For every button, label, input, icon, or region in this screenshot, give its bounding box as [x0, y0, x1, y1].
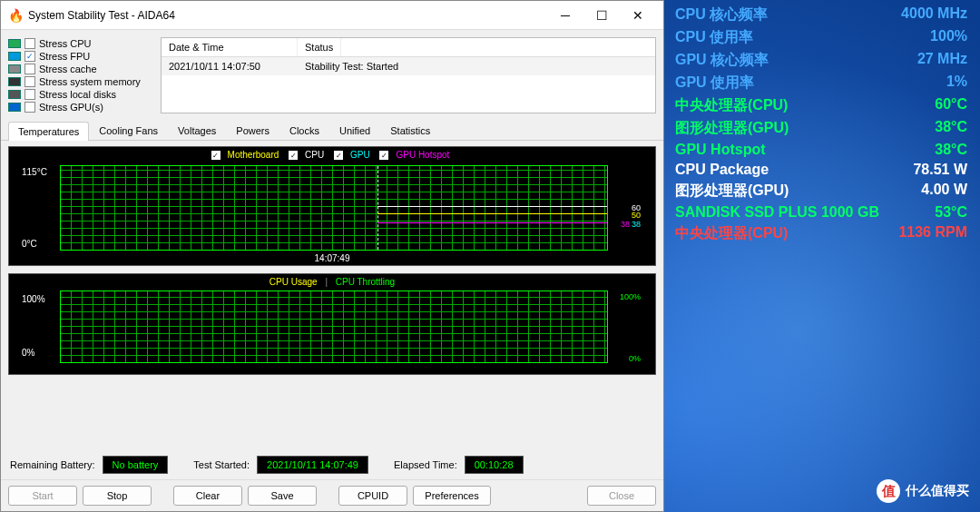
watermark-icon: 值	[877, 479, 900, 503]
osd-row: GPU 使用率1%	[671, 72, 971, 94]
cpuid-button[interactable]: CPUID	[338, 486, 407, 506]
stress-option-cpu[interactable]: Stress CPU	[8, 37, 153, 50]
clear-button[interactable]: Clear	[173, 486, 242, 506]
chart-line	[377, 222, 607, 223]
x-axis-marker: 14:07:49	[315, 253, 350, 263]
checkbox-icon[interactable]: ✓	[24, 51, 35, 62]
checkbox-icon[interactable]: ✓	[334, 151, 343, 160]
fpu-icon	[8, 52, 21, 61]
button-row: Start Stop Clear Save CPUID Preferences …	[1, 479, 663, 511]
osd-value: 38°C	[886, 142, 967, 158]
osd-row: 图形处理器(GPU)38°C	[671, 117, 971, 140]
legend-cpu-throttle: CPU Throttling	[336, 277, 395, 287]
chart-value-label: 50	[632, 211, 641, 220]
battery-value: No battery	[103, 456, 169, 474]
osd-label: 图形处理器(GPU)	[675, 182, 886, 201]
checkbox-icon[interactable]	[24, 76, 35, 87]
stress-label: Stress local disks	[39, 89, 116, 100]
log-table: Date & Time Status 2021/10/11 14:07:50 S…	[161, 37, 656, 113]
osd-label: CPU Package	[675, 162, 886, 178]
legend-cpu-usage: CPU Usage	[270, 277, 318, 287]
chart-value-label: 38	[621, 220, 630, 229]
legend-cpu: CPU	[305, 150, 324, 160]
stop-button[interactable]: Stop	[83, 486, 152, 506]
checkbox-icon[interactable]	[24, 64, 35, 74]
chart-value-label: 38	[632, 220, 641, 229]
usage-y-min: 0%	[22, 348, 34, 358]
log-header-status: Status	[298, 38, 341, 56]
tab-statistics[interactable]: Statistics	[380, 121, 440, 140]
battery-label: Remaining Battery:	[10, 459, 95, 470]
app-icon: 🔥	[8, 8, 23, 23]
stress-option-mem[interactable]: Stress system memory	[8, 75, 153, 88]
start-button[interactable]: Start	[8, 486, 77, 506]
status-bar: Remaining Battery: No battery Test Start…	[1, 450, 663, 479]
tab-unified[interactable]: Unified	[329, 121, 380, 140]
osd-label: SANDISK SSD PLUS 1000 GB	[675, 204, 886, 221]
elapsed-label: Elapsed Time:	[394, 459, 457, 470]
osd-label: CPU 使用率	[675, 28, 886, 47]
chart-line	[377, 206, 607, 207]
stress-option-fpu[interactable]: ✓Stress FPU	[8, 50, 153, 63]
osd-value: 1136 RPM	[886, 224, 967, 243]
checkbox-icon[interactable]	[24, 38, 35, 49]
osd-value: 4.00 W	[886, 182, 967, 201]
stress-option-cache[interactable]: Stress cache	[8, 63, 153, 75]
checkbox-icon[interactable]	[24, 102, 35, 113]
usage-chart: CPU Usage | CPU Throttling 100% 0% 100% …	[8, 273, 656, 375]
tab-clocks[interactable]: Clocks	[279, 121, 329, 140]
preferences-button[interactable]: Preferences	[413, 486, 491, 506]
time-marker	[377, 166, 378, 250]
stress-label: Stress system memory	[39, 76, 141, 87]
watermark: 值 什么值得买	[877, 479, 969, 503]
stress-option-gpu[interactable]: Stress GPU(s)	[8, 101, 153, 113]
checkbox-icon[interactable]: ✓	[211, 151, 220, 160]
cpu-icon	[8, 39, 21, 48]
osd-label: GPU 核心频率	[675, 51, 886, 70]
usage-r-min: 0%	[629, 354, 641, 363]
osd-row: CPU 使用率100%	[671, 26, 971, 49]
legend-gpu-hotspot: GPU Hotspot	[396, 150, 449, 160]
temp-chart-area	[60, 165, 608, 251]
checkbox-icon[interactable]: ✓	[289, 151, 298, 160]
stress-option-disk[interactable]: Stress local disks	[8, 88, 153, 101]
stress-label: Stress GPU(s)	[39, 102, 103, 113]
osd-row: CPU Package78.51 W	[671, 160, 971, 180]
aida64-window: 🔥 System Stability Test - AIDA64 ─ ☐ ✕ S…	[0, 0, 664, 512]
started-value: 2021/10/11 14:07:49	[257, 456, 368, 474]
osd-label: GPU Hotspot	[675, 142, 886, 158]
tab-voltages[interactable]: Voltages	[168, 121, 226, 140]
tab-powers[interactable]: Powers	[226, 121, 279, 140]
checkbox-icon[interactable]	[24, 89, 35, 100]
osd-value: 53°C	[886, 204, 967, 221]
osd-label: GPU 使用率	[675, 74, 886, 93]
osd-overlay: CPU 核心频率4000 MHzCPU 使用率100%GPU 核心频率27 MH…	[671, 4, 971, 245]
checkbox-icon[interactable]: ✓	[379, 151, 388, 160]
maximize-button[interactable]: ☐	[583, 3, 620, 28]
log-header-datetime: Date & Time	[162, 38, 298, 56]
osd-value: 4000 MHz	[886, 5, 967, 25]
titlebar[interactable]: 🔥 System Stability Test - AIDA64 ─ ☐ ✕	[1, 1, 663, 30]
close-button[interactable]: ✕	[620, 3, 656, 28]
close-dialog-button[interactable]: Close	[587, 486, 656, 506]
tab-temperatures[interactable]: Temperatures	[8, 122, 89, 141]
osd-row: 图形处理器(GPU)4.00 W	[671, 180, 971, 202]
log-cell-datetime: 2021/10/11 14:07:50	[162, 57, 298, 75]
osd-row: 中央处理器(CPU)1136 RPM	[671, 222, 971, 245]
legend-gpu: GPU	[350, 150, 370, 160]
legend-separator: |	[325, 277, 328, 287]
gpu-icon	[8, 103, 21, 112]
stress-label: Stress FPU	[39, 51, 90, 62]
minimize-button[interactable]: ─	[547, 3, 583, 28]
osd-value: 100%	[886, 28, 967, 47]
tab-cooling-fans[interactable]: Cooling Fans	[89, 121, 168, 140]
y-axis-max: 115°C	[22, 167, 47, 177]
osd-label: 中央处理器(CPU)	[675, 96, 886, 115]
osd-row: CPU 核心频率4000 MHz	[671, 4, 971, 26]
usage-chart-area	[60, 290, 608, 363]
osd-row: 中央处理器(CPU)60°C	[671, 94, 971, 117]
temperature-chart: ✓Motherboard ✓CPU ✓GPU ✓GPU Hotspot 115°…	[8, 146, 656, 266]
stress-options: Stress CPU✓Stress FPUStress cacheStress …	[8, 37, 153, 113]
save-button[interactable]: Save	[248, 486, 317, 506]
osd-value: 38°C	[886, 119, 967, 138]
